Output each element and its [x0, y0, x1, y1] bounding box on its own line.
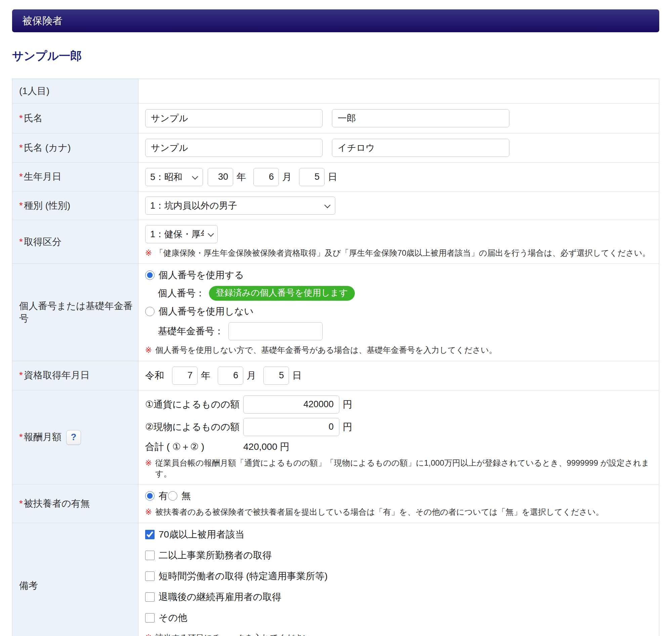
remark-checkbox-multi-office[interactable]	[145, 551, 155, 560]
acquisition-year-input[interactable]	[172, 366, 198, 385]
acquisition-type-select[interactable]: 1：健保・厚年	[145, 225, 218, 243]
birth-era-select[interactable]: 5：昭和	[145, 168, 203, 186]
birth-month-input[interactable]	[253, 168, 279, 186]
row-remarks: 備考 70歳以上被用者該当 二以上事業所勤務者の取得 短時間労働者の取得 (特定…	[13, 523, 659, 636]
row-name: *氏名	[13, 103, 659, 133]
field-label-dependents: *被扶養者の有無	[13, 484, 138, 522]
cash-amount-label: ①通貨によるものの額	[145, 398, 243, 411]
required-mark: *	[19, 200, 23, 211]
month-unit-label: 月	[246, 369, 256, 382]
row-acquisition-type: *取得区分 1：健保・厚年 ※ 「健康保険・厚生年金保険被保険者資格取得」及び「…	[13, 220, 659, 263]
row-person-index: (1人目)	[13, 79, 659, 103]
field-label-acquisition-date: *資格取得年月日	[13, 361, 138, 390]
acquisition-type-select-wrap: 1：健保・厚年	[145, 225, 218, 243]
section-title: 被保険者	[22, 14, 62, 28]
day-unit-label: 日	[328, 171, 337, 183]
remark-checkbox-short-time[interactable]	[145, 572, 155, 581]
required-mark: *	[19, 370, 23, 380]
month-unit-label: 月	[282, 171, 292, 183]
field-label-birth-date: *生年月日	[13, 163, 138, 191]
first-name-kana-input[interactable]	[332, 139, 509, 157]
remarks-note: ※ 該当する項目にチェックを入れてください。	[145, 632, 652, 636]
dependents-note: ※ 被扶養者のある被保険者で被扶養者届を提出している場合は「有」を、その他の者に…	[145, 506, 652, 517]
last-name-kana-input[interactable]	[145, 139, 322, 157]
field-label-acquisition-type: *取得区分	[13, 220, 138, 263]
field-label-monthly-salary: *報酬月額 ?	[13, 391, 138, 484]
registered-number-badge: 登録済みの個人番号を使用します	[209, 286, 355, 301]
year-unit-label: 年	[201, 369, 210, 382]
acquisition-day-input[interactable]	[263, 366, 289, 385]
yen-unit-label: 円	[343, 421, 352, 433]
personal-number-caption: 個人番号：	[158, 287, 205, 300]
insured-person-form: (1人目) *氏名 *氏名 (カナ) *生年月日	[12, 79, 659, 636]
first-name-input[interactable]	[332, 109, 509, 127]
row-acquisition-date: *資格取得年月日 令和 年 月 日	[13, 361, 659, 390]
inkind-amount-input[interactable]	[243, 418, 339, 436]
remark-checkbox-over70[interactable]	[145, 530, 155, 539]
remark-checkbox-other[interactable]	[145, 613, 155, 622]
required-mark: *	[19, 498, 23, 509]
note-mark: ※	[145, 506, 152, 517]
field-label-personal-number: 個人番号または基礎年金番号	[13, 264, 138, 360]
field-label-person-index: (1人目)	[13, 79, 138, 103]
help-button[interactable]: ?	[66, 430, 81, 445]
yen-unit-label: 円	[343, 398, 352, 411]
total-amount-value: 420,000 円	[243, 440, 289, 453]
acquisition-era-label: 令和	[145, 369, 164, 382]
field-label-name: *氏名	[13, 103, 138, 133]
use-personal-number-radio[interactable]	[145, 271, 155, 280]
person-name-heading: サンプル一郎	[12, 48, 672, 64]
row-monthly-salary: *報酬月額 ? ①通貨によるものの額 円 ②現物によるものの額 円 合計 ( ①…	[13, 390, 659, 484]
dependents-yes-radio[interactable]	[145, 491, 155, 501]
dependents-no-radio[interactable]	[168, 491, 177, 501]
dependents-yes-label: 有	[159, 490, 168, 502]
required-mark: *	[19, 113, 23, 123]
inkind-amount-label: ②現物によるものの額	[145, 421, 243, 433]
birth-day-input[interactable]	[299, 168, 324, 186]
basic-pension-number-input[interactable]	[229, 322, 322, 340]
required-mark: *	[19, 142, 23, 153]
note-mark: ※	[145, 345, 152, 355]
birth-year-input[interactable]	[207, 168, 233, 186]
use-personal-number-label: 個人番号を使用する	[159, 269, 244, 281]
salary-note: ※ 従業員台帳の報酬月額「通貨によるものの額」「現物によるものの額」に1,000…	[145, 458, 652, 479]
gender-select[interactable]: 1：坑内員以外の男子	[145, 197, 335, 215]
row-personal-number: 個人番号または基礎年金番号 個人番号を使用する 個人番号： 登録済みの個人番号を…	[13, 263, 659, 360]
row-name-kana: *氏名 (カナ)	[13, 133, 659, 162]
remark-checkbox-rehire[interactable]	[145, 592, 155, 602]
acquisition-note: ※ 「健康保険・厚生年金保険被保険者資格取得」及び「厚生年金保険70歳以上被用者…	[145, 247, 652, 258]
total-label: 合計 ( ①＋② )	[145, 440, 243, 453]
question-icon: ?	[71, 431, 77, 443]
required-mark: *	[19, 237, 23, 247]
row-gender-type: *種別 (性別) 1：坑内員以外の男子	[13, 191, 659, 220]
personal-number-note: ※ 個人番号を使用しない方で、基礎年金番号がある場合は、基礎年金番号を入力してく…	[145, 345, 652, 355]
last-name-input[interactable]	[145, 109, 322, 127]
basic-pension-caption: 基礎年金番号：	[158, 325, 224, 338]
day-unit-label: 日	[292, 369, 302, 382]
not-use-personal-number-radio[interactable]	[145, 307, 155, 316]
year-unit-label: 年	[237, 171, 246, 183]
field-label-remarks: 備考	[13, 523, 138, 636]
note-mark: ※	[145, 458, 152, 468]
row-dependents: *被扶養者の有無 有 無 ※ 被扶養者のある被保険者で被扶養者届を提出している場…	[13, 484, 659, 522]
note-mark: ※	[145, 632, 152, 636]
field-label-gender-type: *種別 (性別)	[13, 192, 138, 220]
gender-select-wrap: 1：坑内員以外の男子	[145, 197, 335, 215]
dependents-no-label: 無	[181, 490, 191, 502]
field-label-name-kana: *氏名 (カナ)	[13, 133, 138, 162]
acquisition-month-input[interactable]	[218, 366, 243, 385]
required-mark: *	[19, 432, 23, 442]
row-birth-date: *生年月日 5：昭和 年 月 日	[13, 162, 659, 191]
birth-era-select-wrap: 5：昭和	[145, 168, 203, 186]
person-index-content	[138, 79, 659, 103]
not-use-personal-number-label: 個人番号を使用しない	[159, 305, 254, 318]
required-mark: *	[19, 171, 23, 182]
section-header: 被保険者	[12, 9, 659, 32]
cash-amount-input[interactable]	[243, 395, 339, 414]
note-mark: ※	[145, 247, 152, 258]
